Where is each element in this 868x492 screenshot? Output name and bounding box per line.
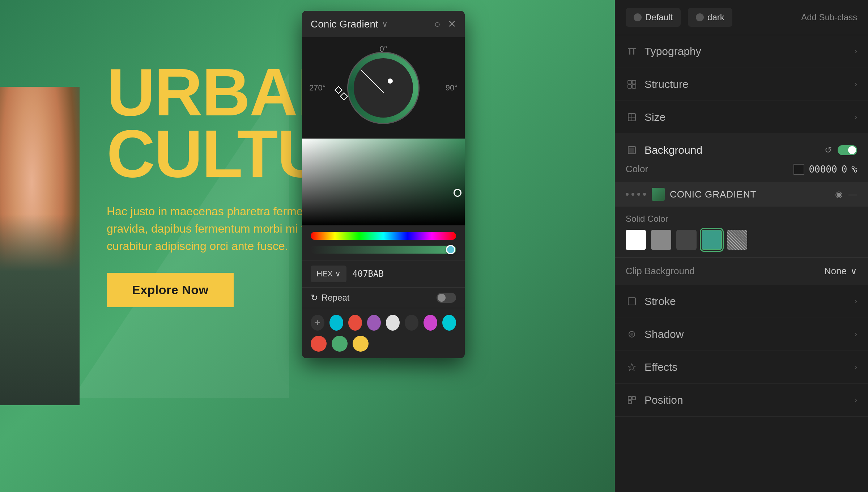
swatch-white[interactable] (386, 315, 400, 331)
swatch-row-1: + (311, 315, 456, 331)
position-icon (626, 394, 638, 406)
cp-wheel-area[interactable]: 0° 90° 270° (302, 37, 465, 139)
size-label-area: Size (626, 111, 665, 123)
cp-swatches-area: + (302, 308, 465, 358)
effects-chevron: › (855, 362, 857, 372)
swatch-red-2[interactable] (311, 336, 327, 352)
drag-dot-2 (631, 193, 634, 196)
right-panel: Default dark Add Sub-class Typography › (615, 0, 868, 492)
gradient-visibility-button[interactable]: ◉ (835, 189, 843, 199)
effects-icon (626, 361, 638, 373)
swatch-purple[interactable] (367, 315, 381, 331)
gradient-drag-handle[interactable] (626, 193, 646, 196)
typography-chevron: › (855, 47, 857, 56)
degree-left-label: 270° (309, 83, 326, 93)
swatch-teal[interactable] (442, 315, 456, 331)
structure-label: Structure (644, 78, 689, 90)
cp-close-icon[interactable]: ✕ (448, 18, 456, 30)
effects-section[interactable]: Effects › (615, 351, 868, 384)
bg-toggle[interactable] (838, 145, 857, 155)
hex-value-input[interactable] (352, 269, 463, 279)
degree-right-label: 90° (446, 83, 458, 93)
shadow-label-area: Shadow (626, 328, 684, 340)
hue-slider-track[interactable] (311, 232, 456, 240)
background-label: Background (644, 144, 702, 156)
explore-now-button[interactable]: Explore Now (107, 273, 234, 307)
clip-background-row: Clip Background None ∨ (615, 257, 868, 285)
clip-background-value[interactable]: None ∨ (824, 266, 857, 277)
gradient-picker-cursor[interactable] (454, 189, 461, 197)
solid-swatch-gray[interactable] (651, 230, 671, 250)
wheel-diamond2[interactable] (340, 92, 348, 101)
structure-icon (626, 78, 638, 90)
cp-alpha-slider-area (302, 243, 465, 260)
wheel-handle-dot[interactable] (388, 79, 393, 84)
hex-format-button[interactable]: HEX ∨ (311, 266, 346, 282)
structure-label-area: Structure (626, 78, 689, 90)
typography-section[interactable]: Typography › (615, 35, 868, 68)
solid-swatch-image[interactable] (727, 230, 747, 250)
solid-swatches-area (626, 230, 857, 250)
class-default-button[interactable]: Default (626, 8, 681, 27)
stroke-section[interactable]: Stroke › (615, 285, 868, 318)
stroke-label: Stroke (644, 295, 676, 308)
bg-color-row: Color 00000 0 % (615, 164, 868, 182)
swatch-yellow[interactable] (353, 336, 369, 352)
structure-section[interactable]: Structure › (615, 68, 868, 101)
solid-swatch-white[interactable] (626, 230, 646, 250)
typography-label: Typography (644, 45, 701, 58)
wheel-diamond1[interactable] (335, 86, 343, 94)
rp-topbar: Default dark Add Sub-class (615, 0, 868, 35)
bg-color-label: Color (626, 164, 648, 175)
repeat-toggle[interactable] (437, 293, 456, 303)
add-swatch-button[interactable]: + (311, 315, 324, 331)
conic-wheel[interactable] (347, 52, 420, 124)
swatch-red[interactable] (348, 315, 362, 331)
svg-rect-4 (632, 80, 636, 84)
size-section[interactable]: Size › (615, 101, 868, 134)
shadow-section[interactable]: Shadow › (615, 318, 868, 351)
cp-gradient-picker[interactable] (302, 139, 465, 225)
alpha-slider-track[interactable] (311, 246, 456, 254)
svg-rect-5 (628, 85, 631, 88)
toggle-knob (438, 294, 446, 302)
drag-dot-3 (637, 193, 640, 196)
bg-header-icons: ↺ (825, 145, 857, 155)
repeat-label-text: Repeat (322, 293, 349, 303)
bg-color-opacity-pct: % (851, 164, 857, 175)
clip-background-chevron: ∨ (850, 266, 857, 277)
cp-title-area: Conic Gradient ∨ (311, 18, 388, 30)
alpha-slider-thumb[interactable] (446, 245, 455, 254)
class-dark-button[interactable]: dark (688, 8, 732, 27)
bg-color-swatch-small[interactable] (793, 164, 804, 175)
color-picker-header: Conic Gradient ∨ ○ ✕ (302, 11, 465, 37)
bg-color-hex: 00000 (809, 164, 837, 175)
stroke-chevron: › (855, 297, 857, 306)
class-default-label: Default (645, 12, 673, 22)
cp-hex-row: HEX ∨ 100% (302, 260, 465, 287)
solid-swatch-teal[interactable] (702, 230, 722, 250)
svg-rect-17 (628, 400, 631, 404)
gradient-preview-swatch[interactable] (652, 188, 665, 201)
swatch-dark[interactable] (405, 315, 418, 331)
size-chevron: › (855, 113, 857, 122)
solid-swatch-dark-gray[interactable] (676, 230, 697, 250)
cp-reset-icon[interactable]: ○ (434, 18, 441, 30)
swatch-green[interactable] (332, 336, 348, 352)
background-icon (626, 144, 638, 156)
add-subclass-button[interactable]: Add Sub-class (801, 12, 857, 22)
gradient-remove-button[interactable]: — (848, 189, 857, 199)
swatch-magenta[interactable] (424, 315, 437, 331)
cp-chevron-icon[interactable]: ∨ (382, 20, 388, 29)
svg-rect-16 (632, 396, 635, 400)
swatch-cyan[interactable] (329, 315, 343, 331)
clip-background-value-text: None (824, 266, 847, 277)
repeat-label-area: ↻ Repeat (311, 293, 349, 303)
gradient-row-icons: ◉ — (835, 189, 857, 199)
bg-reset-button[interactable]: ↺ (825, 145, 832, 155)
svg-rect-12 (628, 298, 635, 305)
svg-point-14 (630, 333, 633, 336)
structure-chevron: › (855, 80, 857, 89)
wheel-inner (354, 58, 413, 118)
position-section[interactable]: Position › (615, 384, 868, 417)
